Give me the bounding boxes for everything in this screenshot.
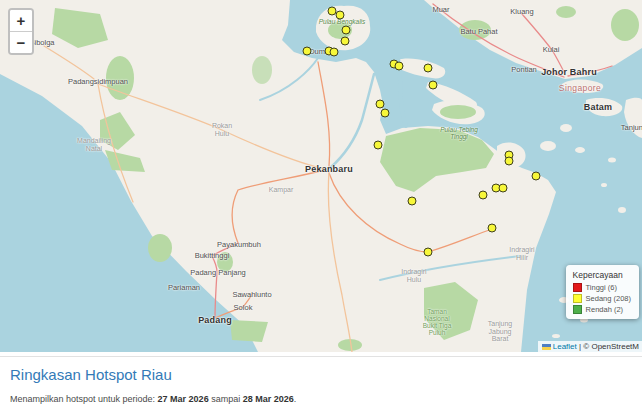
legend-title: Kepercayaan	[573, 270, 631, 280]
hotspot-marker[interactable]	[532, 172, 541, 181]
ukraine-flag-icon	[542, 344, 551, 350]
hotspot-marker[interactable]	[374, 141, 383, 150]
hotspot-marker[interactable]	[336, 11, 345, 20]
hotspot-marker[interactable]	[424, 64, 433, 73]
period-suffix: .	[294, 394, 297, 404]
map-canvas[interactable]: SibolgaPadangsidimpuanMandailing NatalRo…	[0, 0, 642, 352]
summary-title: Ringkasan Hotspot Riau	[10, 366, 642, 383]
legend-color-chip	[573, 283, 582, 292]
hotspot-marker[interactable]	[303, 47, 312, 56]
legend-color-chip	[573, 305, 582, 314]
hotspot-marker[interactable]	[342, 26, 351, 35]
zoom-in-button[interactable]: +	[10, 10, 32, 32]
zoom-control: + −	[8, 8, 34, 55]
leaflet-link[interactable]: Leaflet	[553, 342, 577, 351]
period-end-date: 28 Mar 2026	[243, 394, 294, 404]
hotspot-marker[interactable]	[395, 62, 404, 71]
hotspot-marker[interactable]	[499, 184, 508, 193]
hotspot-marker[interactable]	[376, 100, 385, 109]
hotspot-marker[interactable]	[505, 157, 514, 166]
legend-row: Sedang (208)	[573, 294, 631, 303]
confidence-legend: Kepercayaan Tinggi (6)Sedang (208)Rendah…	[566, 265, 639, 319]
period-start-date: 27 Mar 2026	[158, 394, 209, 404]
legend-row: Rendah (2)	[573, 305, 631, 314]
hotspot-marker[interactable]	[341, 37, 350, 46]
hotspot-marker[interactable]	[408, 197, 417, 206]
hotspot-marker[interactable]	[424, 248, 433, 257]
legend-rows: Tinggi (6)Sedang (208)Rendah (2)	[573, 283, 631, 314]
hotspot-marker[interactable]	[488, 224, 497, 233]
osm-credit: © OpenStreetM	[583, 342, 639, 351]
map-terrain	[0, 0, 642, 352]
hotspot-marker[interactable]	[330, 48, 339, 57]
hotspot-dashboard: SibolgaPadangsidimpuanMandailing NatalRo…	[0, 0, 642, 413]
period-prefix: Menampilkan hotspot untuk periode:	[10, 394, 158, 404]
summary-period-text: Menampilkan hotspot untuk periode: 27 Ma…	[10, 394, 642, 404]
legend-color-chip	[573, 294, 582, 303]
legend-label: Sedang (208)	[586, 294, 631, 303]
zoom-out-button[interactable]: −	[10, 32, 32, 53]
hotspot-marker[interactable]	[381, 109, 390, 118]
legend-label: Rendah (2)	[586, 305, 624, 314]
map-attribution: Leaflet | © OpenStreetM	[538, 341, 642, 352]
summary-panel: Ringkasan Hotspot Riau Menampilkan hotsp…	[0, 356, 642, 413]
legend-label: Tinggi (6)	[586, 283, 617, 292]
period-middle: sampai	[209, 394, 243, 404]
hotspot-marker[interactable]	[479, 191, 488, 200]
hotspot-marker[interactable]	[429, 81, 438, 90]
legend-row: Tinggi (6)	[573, 283, 631, 292]
